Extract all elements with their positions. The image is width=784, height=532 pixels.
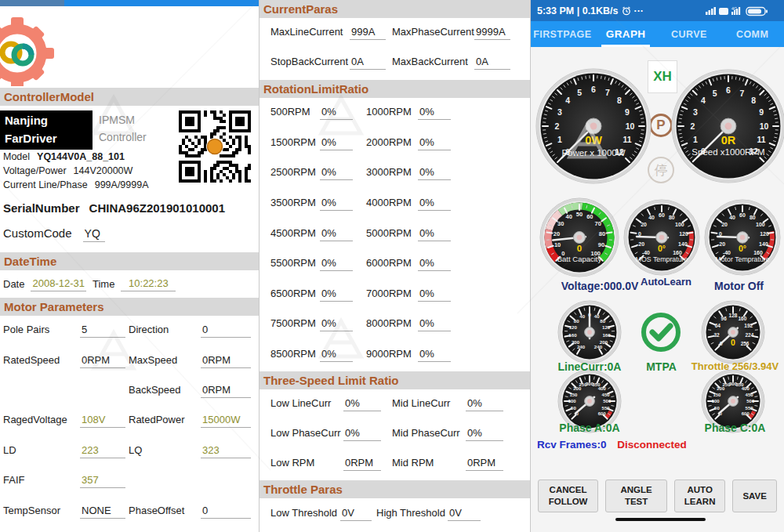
date-value[interactable]: 2008-12-31 (31, 277, 86, 291)
param-value[interactable]: 0% (320, 317, 353, 331)
param-row: Low Threshold0VHigh Threshold0V (260, 498, 530, 529)
svg-text:40: 40 (729, 215, 735, 220)
param-value[interactable]: 323 (201, 444, 251, 458)
svg-text:400: 400 (598, 386, 607, 391)
param-value[interactable]: 223 (80, 444, 125, 458)
svg-text:40: 40 (565, 213, 572, 220)
svg-text:200: 200 (572, 339, 580, 345)
motor-state-label: Motor Off (702, 280, 776, 292)
svg-text:9: 9 (625, 107, 630, 117)
param-label: 4500RPM (270, 227, 320, 239)
param-value[interactable]: 0A (474, 56, 510, 70)
tab-curve[interactable]: CURVE (658, 21, 721, 47)
param-value[interactable]: 0% (418, 136, 451, 150)
param-value[interactable]: 0% (466, 427, 503, 441)
param-value[interactable]: 0% (320, 106, 353, 120)
section-header-current-paras: CurrentParas (260, 0, 530, 18)
param-value[interactable]: 5 (80, 324, 125, 338)
param-label: 1000RPM (366, 106, 418, 118)
status-time-net: 5:33 PM | 0.1KB/s (537, 5, 619, 16)
param-value[interactable]: 0% (343, 427, 381, 441)
param-value[interactable]: 0 (201, 324, 251, 338)
button-angle-test[interactable]: ANGLE TEST (605, 480, 667, 512)
param-value[interactable]: 0% (320, 288, 353, 302)
time-value[interactable]: 10:22:23 (121, 277, 176, 291)
param-value[interactable]: NONE (80, 505, 125, 519)
param-value[interactable]: 0RPM (80, 354, 125, 368)
svg-text:192: 192 (744, 323, 753, 328)
connection-status: Disconnected (617, 439, 687, 451)
param-value[interactable]: 0% (320, 348, 353, 362)
svg-text:160: 160 (738, 316, 746, 321)
svg-text:80: 80 (599, 230, 605, 237)
param-value[interactable]: 0% (418, 257, 451, 271)
param-value[interactable]: 0% (418, 288, 451, 302)
param-value[interactable]: 9999A (474, 26, 510, 40)
status-more: ··· (634, 5, 644, 16)
param-value[interactable]: 0A (350, 56, 386, 70)
tab-bar: FIRSTPAGEGRAPHCURVECOMM (531, 21, 784, 47)
svg-text:256: 256 (741, 341, 750, 346)
param-value[interactable]: 357 (80, 474, 125, 488)
param-value[interactable]: 0V (448, 507, 481, 521)
param-label: PhaseOffset (129, 505, 201, 516)
svg-text:80: 80 (600, 318, 605, 324)
param-value[interactable]: 0% (320, 136, 353, 150)
param-value[interactable]: 0RPM (201, 354, 251, 368)
param-value[interactable]: 0% (418, 106, 451, 120)
svg-text:0: 0 (577, 244, 582, 253)
tab-comm[interactable]: COMM (720, 21, 784, 47)
param-value[interactable]: 0% (320, 166, 353, 180)
phase-c-readout: Phase C:0A (686, 422, 784, 434)
motor-parameters-grid: Pole Pairs5Direction0RatedSpeed0RPMMaxSp… (0, 316, 259, 527)
custom-code-value[interactable]: YQ (83, 227, 105, 242)
param-label: 6500RPM (270, 288, 320, 299)
svg-text:224: 224 (745, 332, 753, 338)
custom-code-label: CustomCode (3, 226, 72, 240)
param-value[interactable]: 0% (418, 197, 451, 211)
serial-number-label: SerialNumber (3, 201, 80, 215)
param-label: TempSensor (3, 505, 80, 516)
svg-text:50: 50 (571, 406, 576, 411)
param-row: Low PhaseCurr0%Mid PhaseCurr0% (260, 419, 530, 449)
button-cancel-follow[interactable]: CANCEL FOLLOW (538, 480, 598, 512)
svg-text:5: 5 (577, 88, 582, 97)
param-value[interactable]: 0RPM (343, 457, 381, 471)
param-value[interactable]: 0% (466, 397, 503, 411)
param-value[interactable]: 15000W (201, 414, 251, 428)
param-value[interactable]: 0V (340, 507, 372, 521)
param-value[interactable]: 0RPM (201, 384, 251, 398)
svg-text:40: 40 (579, 313, 585, 319)
param-value[interactable]: 0% (343, 397, 381, 411)
param-value[interactable]: 0% (320, 257, 353, 271)
param-label: Mid RPM (392, 457, 466, 469)
tab-firstpage[interactable]: FIRSTPAGE (531, 21, 594, 47)
param-value[interactable]: 0% (320, 197, 353, 211)
param-value[interactable]: 0% (320, 227, 353, 241)
param-label: Direction (129, 324, 201, 335)
tab-graph[interactable]: GRAPH (594, 21, 658, 47)
action-button-row: CANCEL FOLLOWANGLE TESTAUTO LEARNSAVE (538, 480, 777, 512)
svg-text:450: 450 (746, 393, 754, 397)
param-label: Low RPM (270, 457, 343, 469)
param-value[interactable]: 999A (350, 26, 386, 40)
svg-text:64: 64 (715, 323, 721, 328)
serial-number-value: CHINA96Z201901010001 (89, 201, 225, 215)
home-indicator[interactable] (615, 518, 706, 521)
param-label: 8000RPM (366, 317, 418, 329)
param-label: 2000RPM (366, 136, 418, 148)
param-value[interactable]: 0RPM (466, 457, 503, 471)
svg-text:160: 160 (568, 332, 577, 338)
button-auto-learn[interactable]: AUTO LEARN (674, 480, 725, 512)
button-save[interactable]: SAVE (732, 480, 777, 512)
param-value[interactable]: 0% (418, 348, 451, 362)
param-value[interactable]: 0% (418, 317, 451, 331)
param-value[interactable]: 0% (418, 166, 451, 180)
param-value[interactable]: 0 (201, 505, 251, 519)
svg-text:MOS Temprature: MOS Temprature (636, 255, 688, 263)
info-value: 144V20000W (74, 165, 133, 176)
svg-text:120: 120 (679, 231, 688, 237)
param-value[interactable]: 108V (80, 414, 125, 428)
param-label: 7500RPM (270, 317, 320, 329)
param-value[interactable]: 0% (418, 227, 451, 241)
